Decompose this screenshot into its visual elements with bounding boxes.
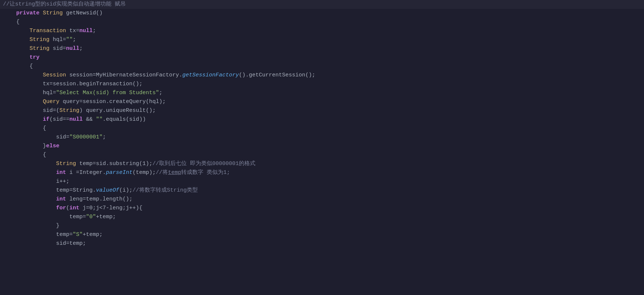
and-op: && bbox=[83, 115, 96, 124]
query-var: query=session.createQuery(hql); bbox=[59, 97, 166, 106]
brace-open: { bbox=[3, 18, 20, 27]
comment-text: //让string型的sid实现类似自动递增功能 赋吊 bbox=[3, 0, 126, 9]
parse-int: parseInt bbox=[106, 168, 132, 177]
string-type3: String bbox=[56, 159, 76, 168]
equals-call: .equals(sid)) bbox=[103, 115, 146, 124]
code-line-i-inc: i++; bbox=[0, 177, 644, 186]
spaces8 bbox=[3, 97, 43, 106]
sid-temp-assign: sid=temp; bbox=[56, 239, 86, 248]
spaces4 bbox=[3, 53, 30, 62]
space bbox=[39, 9, 43, 18]
sid-assign: sid=( bbox=[43, 106, 59, 115]
value-of: valueOf bbox=[96, 186, 119, 195]
spaces24 bbox=[3, 239, 56, 248]
string-type2: String bbox=[30, 44, 49, 53]
tx-var: tx= bbox=[66, 27, 79, 35]
get-current-session: getCurrentSession(); bbox=[249, 71, 315, 80]
code-line-query: Query query=session.createQuery(hql); bbox=[0, 97, 644, 106]
spaces15 bbox=[3, 159, 56, 168]
semicolon4: ; bbox=[159, 89, 162, 97]
hql-value: "" bbox=[66, 35, 73, 44]
code-line-hql: String hql= "" ; bbox=[0, 35, 644, 44]
for-open: ( bbox=[66, 204, 69, 213]
code-line-brace3: { bbox=[0, 124, 644, 133]
spaces14 bbox=[3, 151, 43, 159]
sid-var: sid= bbox=[49, 44, 66, 53]
spaces2 bbox=[3, 35, 30, 44]
spaces18 bbox=[3, 186, 56, 195]
keyword-int1: int bbox=[56, 168, 66, 177]
code-line-leng: int leng=temp.length(); bbox=[0, 195, 644, 204]
s-string: "S" bbox=[73, 230, 83, 239]
query-type: Query bbox=[43, 97, 59, 106]
code-line-valueof: temp=String. valueOf (i); //将数字转成String类… bbox=[0, 186, 644, 195]
comment-substring: //取到后七位 即为类似00000001的格式 bbox=[152, 159, 255, 168]
temp-assign: temp=String. bbox=[56, 186, 96, 195]
code-editor: //让string型的sid实现类似自动递增功能 赋吊 private Stri… bbox=[0, 0, 644, 295]
code-line-sid-default: sid= "S0000001" ; bbox=[0, 133, 644, 142]
keyword-int3: int bbox=[69, 204, 79, 213]
if-cond1: (sid== bbox=[49, 115, 69, 124]
code-line-for-close: } bbox=[0, 222, 644, 230]
method-name: getNewsid() bbox=[63, 9, 103, 18]
code-line-brace1: { bbox=[0, 18, 644, 27]
keyword-null3: null bbox=[69, 115, 83, 124]
brace-open4: { bbox=[43, 151, 46, 159]
keyword-null2: null bbox=[66, 44, 79, 53]
code-line-temp-s: temp= "S" +temp; bbox=[0, 230, 644, 239]
spaces19 bbox=[3, 195, 56, 204]
i-increment: i++; bbox=[56, 177, 69, 186]
keyword-else: else bbox=[46, 142, 59, 151]
for-body: j=0;j<7-leng;j++){ bbox=[79, 204, 142, 213]
code-line-brace2: { bbox=[0, 62, 644, 71]
spaces13 bbox=[3, 142, 43, 151]
hql-assign: hql= bbox=[43, 89, 56, 97]
sid-default-val: "S0000001" bbox=[69, 133, 103, 142]
hql-var: hql= bbox=[49, 35, 66, 44]
code-line-comment: //让string型的sid实现类似自动递增功能 赋吊 bbox=[0, 0, 644, 9]
indent-spaces bbox=[3, 9, 16, 18]
unique-result: ) query.uniqueResult(); bbox=[79, 106, 156, 115]
code-line-method-sig: private String getNewsid() bbox=[0, 9, 644, 18]
session-var: session=MyHibernateSessionFactory. bbox=[66, 71, 182, 80]
semicolon5: ; bbox=[103, 133, 106, 142]
i-var: i =Integer. bbox=[66, 168, 106, 177]
brace-open3: { bbox=[43, 124, 46, 133]
brace-open2: { bbox=[3, 62, 33, 71]
zero-string: "0" bbox=[86, 213, 96, 222]
spaces11 bbox=[3, 124, 43, 133]
code-line-if: if (sid== null && "" .equals(sid)) bbox=[0, 115, 644, 124]
brace-close1: } bbox=[43, 142, 46, 151]
comment-parseInt: //将temp转成数字 类似为1; bbox=[156, 168, 230, 177]
session-type: Session bbox=[43, 71, 66, 80]
leng-var: leng=temp.length(); bbox=[66, 195, 132, 204]
code-line-try: try bbox=[0, 53, 644, 62]
keyword-for: for bbox=[56, 204, 66, 213]
spaces17 bbox=[3, 177, 56, 186]
spaces7 bbox=[3, 89, 43, 97]
plus-temp: +temp; bbox=[96, 213, 116, 222]
spaces23 bbox=[3, 230, 56, 239]
i-arg: (i); bbox=[119, 186, 132, 195]
brace-for-close: } bbox=[56, 222, 59, 230]
code-line-brace4: { bbox=[0, 151, 644, 159]
empty-string: "" bbox=[96, 115, 103, 124]
code-line-else: } else bbox=[0, 142, 644, 151]
keyword-if: if bbox=[43, 115, 49, 124]
semicolon2: ; bbox=[73, 35, 76, 44]
spaces bbox=[3, 27, 30, 35]
temp-pad-assign: temp= bbox=[69, 213, 86, 222]
get-session-factory: getSessionFactory bbox=[182, 71, 239, 80]
temp-var: temp=sid.substring(1); bbox=[76, 159, 152, 168]
comment-valueof: //将数字转成String类型 bbox=[132, 186, 198, 195]
spaces5 bbox=[3, 71, 43, 80]
semicolon3: ; bbox=[79, 44, 83, 53]
keyword-private: private bbox=[16, 9, 39, 18]
string-cast: String bbox=[59, 106, 79, 115]
sid-default-assign: sid= bbox=[56, 133, 69, 142]
spaces21 bbox=[3, 213, 69, 222]
spaces3 bbox=[3, 44, 30, 53]
code-line-temp-pad: temp= "0" +temp; bbox=[0, 213, 644, 222]
keyword-int2: int bbox=[56, 195, 66, 204]
spaces12 bbox=[3, 133, 56, 142]
